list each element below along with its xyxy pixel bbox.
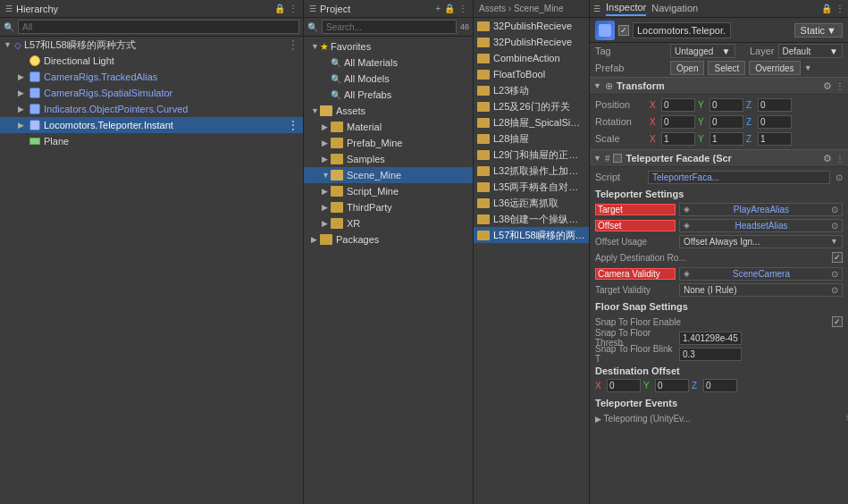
script-value-field: TeleporterFaca... xyxy=(648,171,830,184)
prefab-open-button[interactable]: Open xyxy=(670,61,704,75)
scene-mine-folder-label: Scene_Mine xyxy=(347,170,401,181)
layer-dropdown[interactable]: Default ▼ xyxy=(778,44,844,58)
inspector-menu-icon[interactable]: ⋮ xyxy=(835,4,844,13)
asset-row-12[interactable]: L38创建一个操纵杆... xyxy=(474,211,589,227)
assets-thirdparty-folder[interactable]: ▶ ThirdParty xyxy=(304,199,473,215)
scale-x-input[interactable] xyxy=(661,132,695,146)
assets-prefab-mine-folder[interactable]: ▶ Prefab_Mine xyxy=(304,135,473,151)
project-search-input[interactable] xyxy=(322,20,457,34)
teleporter-gear-icon[interactable]: ⚙ xyxy=(823,153,832,164)
hierarchy-item-locomotors[interactable]: ▶ Locomotors.Teleporter.Instant ⋮ xyxy=(0,117,303,133)
asset-row-6[interactable]: L28抽屉_SpicalSim... xyxy=(474,114,589,130)
asset-row-8[interactable]: L29门和抽屉的正确... xyxy=(474,147,589,163)
hierarchy-item-camera-rigs-spatial[interactable]: ▶ CameraRigs.SpatialSimulator xyxy=(0,85,303,101)
transform-gear-icon[interactable]: ⚙ xyxy=(823,80,832,92)
dest-y-input[interactable] xyxy=(655,379,689,392)
hierarchy-item-indicators[interactable]: ▶ Indicators.ObjectPointers.Curved xyxy=(0,101,303,117)
tab-inspector[interactable]: Inspector xyxy=(606,2,646,16)
assets-folder-root[interactable]: ▼ Assets xyxy=(304,103,473,119)
snap-blink-input[interactable] xyxy=(679,348,742,361)
fav-all-models[interactable]: 🔍 All Models xyxy=(304,71,473,87)
go-active-checkbox[interactable]: ✓ xyxy=(618,25,629,36)
tag-dropdown-arrow-icon: ▼ xyxy=(722,46,731,56)
hierarchy-menu-icon[interactable]: ⋮ xyxy=(289,4,298,13)
dest-z-input[interactable] xyxy=(703,379,737,392)
teleporter-fields: Script TeleporterFaca... ⊙ Teleporter Se… xyxy=(590,167,848,428)
teleporter-more-icon[interactable]: ⋮ xyxy=(835,154,844,164)
scene-root-item[interactable]: ▼ ◇ L57和L58瞬移的两种方式 ⋮ xyxy=(0,37,303,53)
dl-icon xyxy=(29,55,41,67)
target-validity-pick-icon[interactable]: ⊙ xyxy=(831,285,838,295)
asset-row-4[interactable]: L23移动 xyxy=(474,82,589,98)
rot-y-input[interactable] xyxy=(709,115,743,129)
packages-folder[interactable]: ▶ Packages xyxy=(304,231,473,248)
asset-row-9[interactable]: L32抓取操作上加发... xyxy=(474,163,589,179)
scene-options-icon[interactable]: ⋮ xyxy=(287,38,303,52)
apply-dest-checkbox[interactable]: ✓ xyxy=(832,252,843,263)
favorites-folder[interactable]: ▼ ★ Favorites xyxy=(304,38,473,55)
scale-y-input[interactable] xyxy=(709,132,743,146)
teleporter-enabled-checkbox[interactable] xyxy=(613,154,622,163)
static-button[interactable]: Static ▼ xyxy=(794,23,843,38)
ind-icon xyxy=(29,103,41,115)
hierarchy-item-camera-rigs-tracked[interactable]: ▶ CameraRigs.TrackedAlias xyxy=(0,69,303,85)
teleporter-component-header[interactable]: ▼ # Teleporter Facade (Scr ⚙ ⋮ xyxy=(590,149,848,167)
asset-row-7[interactable]: L28抽屉 xyxy=(474,130,589,147)
fav-all-prefabs[interactable]: 🔍 All Prefabs xyxy=(304,87,473,103)
asset-row-3[interactable]: FloatToBool xyxy=(474,66,589,82)
samples-folder-icon xyxy=(331,154,343,164)
prefab-overrides-button[interactable]: Overrides xyxy=(749,61,800,75)
hierarchy-item-plane[interactable]: Plane xyxy=(0,133,303,149)
transform-collapse-icon: ▼ xyxy=(593,81,601,90)
rot-x-input[interactable] xyxy=(661,115,695,129)
hierarchy-item-directional-light[interactable]: Directional Light xyxy=(0,53,303,69)
scale-z-input[interactable] xyxy=(758,132,792,146)
offset-pick-icon[interactable]: ⊙ xyxy=(831,221,838,231)
fav-all-materials[interactable]: 🔍 All Materials xyxy=(304,55,473,71)
snap-floor-checkbox[interactable]: ✓ xyxy=(832,316,843,327)
inspector-lock-icon[interactable]: 🔒 xyxy=(821,4,832,13)
assets-xr-folder[interactable]: ▶ XR xyxy=(304,215,473,231)
asset-row-13[interactable]: L57和L58瞬移的两种... xyxy=(474,227,589,243)
asset-label-10: L35两手柄各自对应... xyxy=(493,181,585,194)
project-menu-icon[interactable]: ⋮ xyxy=(458,4,467,13)
asset-row-10[interactable]: L35两手柄各自对应... xyxy=(474,179,589,195)
offset-usage-label: Offset Usage xyxy=(595,237,676,247)
assets-samples-folder[interactable]: ▶ Samples xyxy=(304,151,473,167)
asset-row-0[interactable]: 32PublishRecieve xyxy=(474,18,589,34)
assets-script-mine-folder[interactable]: ▶ Script_Mine xyxy=(304,183,473,199)
pos-z-input[interactable] xyxy=(758,98,792,112)
pos-x-input[interactable] xyxy=(661,98,695,112)
transform-more-icon[interactable]: ⋮ xyxy=(835,81,844,91)
layer-value: Default xyxy=(783,46,811,56)
scene-name-label: L57和L58瞬移的两种方式 xyxy=(24,38,136,52)
assets-scene-mine-folder[interactable]: ▼ Scene_Mine xyxy=(304,167,473,183)
project-add-icon[interactable]: + xyxy=(435,4,441,13)
hierarchy-search-input[interactable] xyxy=(18,20,299,34)
assets-material-folder[interactable]: ▶ Material xyxy=(304,119,473,135)
dest-x-input[interactable] xyxy=(607,379,641,392)
apply-dest-row: Apply Destination Ro... ✓ xyxy=(590,249,848,265)
pos-y-input[interactable] xyxy=(709,98,743,112)
crt-icon xyxy=(29,71,41,83)
snap-thresh-input[interactable] xyxy=(679,332,742,345)
tag-dropdown[interactable]: Untagged ▼ xyxy=(670,44,735,58)
loco-options-icon[interactable]: ⋮ xyxy=(287,118,303,132)
transform-component-header[interactable]: ▼ ⊕ Transform ⚙ ⋮ xyxy=(590,77,848,95)
hierarchy-lock-icon[interactable]: 🔒 xyxy=(274,4,285,13)
target-pick-icon[interactable]: ⊙ xyxy=(831,205,838,214)
prefab-select-button[interactable]: Select xyxy=(708,61,745,75)
project-header: ☰ Project + 🔒 ⋮ xyxy=(304,0,473,18)
offset-usage-value[interactable]: Offset Always Ign... ▼ xyxy=(679,235,843,248)
asset-row-2[interactable]: CombineAction xyxy=(474,50,589,66)
camera-validity-pick-icon[interactable]: ⊙ xyxy=(831,269,838,279)
project-lock-icon[interactable]: 🔒 xyxy=(444,4,455,13)
rot-z-input[interactable] xyxy=(758,115,792,129)
asset-label-9: L32抓取操作上加发... xyxy=(493,164,585,178)
go-name-input[interactable] xyxy=(633,22,731,38)
script-pick-icon[interactable]: ⊙ xyxy=(835,172,843,182)
asset-row-5[interactable]: L25及26门的开关 xyxy=(474,98,589,114)
asset-row-1[interactable]: 32PublishRecieve xyxy=(474,34,589,50)
asset-row-11[interactable]: L36远距离抓取 xyxy=(474,195,589,211)
tab-navigation[interactable]: Navigation xyxy=(651,3,698,15)
